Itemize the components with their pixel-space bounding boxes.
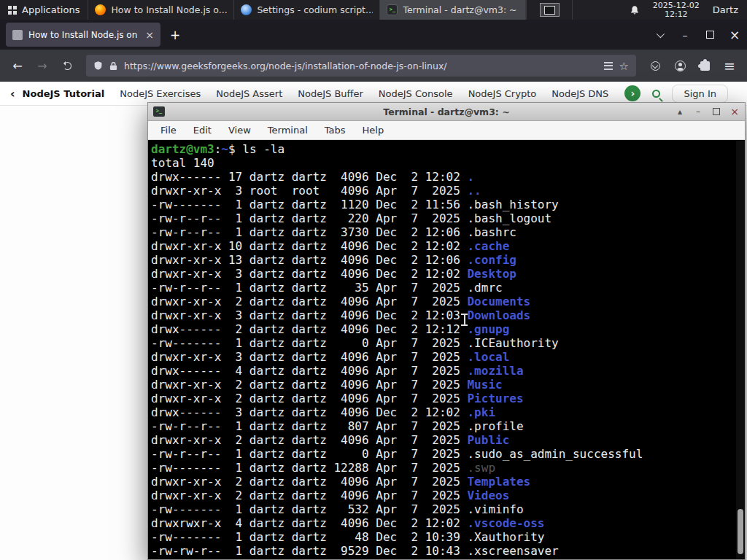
terminal-window: Terminal - dartz@vm3: ~ FileEditViewTerm… <box>147 102 746 560</box>
reader-mode-icon[interactable] <box>604 62 613 70</box>
extensions-button[interactable] <box>693 54 716 77</box>
terminal-minimize-button[interactable] <box>693 106 703 117</box>
nav-scroll-right-button[interactable] <box>624 85 640 101</box>
bell-icon <box>630 5 640 15</box>
user-menu-button[interactable]: Dartz <box>706 0 747 20</box>
puzzle-icon <box>700 61 710 71</box>
terminal-listing-row: drwxr-xr-x 2 dartz dartz 4096 Apr 7 2025… <box>151 378 745 392</box>
terminal-menu-item[interactable]: File <box>160 125 177 136</box>
terminal-app-icon <box>153 106 165 117</box>
panel-clock[interactable]: 2025-12-02 12:12 <box>646 0 706 20</box>
prompt-user-host: dartz@vm3 <box>151 142 214 156</box>
terminal-close-button[interactable] <box>729 106 740 117</box>
terminal-listing-row: drwx------ 3 dartz dartz 4096 Dec 2 12:0… <box>151 405 745 419</box>
terminal-menu-item[interactable]: Terminal <box>268 125 308 136</box>
gfg-nav-item[interactable]: NodeJS Assert <box>216 88 282 99</box>
terminal-icon <box>387 4 398 15</box>
scrollbar-thumb[interactable] <box>738 509 743 554</box>
clock-date: 2025-12-02 <box>653 1 700 10</box>
terminal-prompt-line: dartz@vm3:~$ ls -la <box>151 142 745 156</box>
terminal-shade-button[interactable] <box>675 106 685 117</box>
gfg-nav-item[interactable]: NodeJS Tutorial <box>23 88 105 99</box>
screen: Applications How to Install Node.js o...… <box>0 0 747 560</box>
terminal-listing-row: -rw-r--r-- 1 dartz dartz 0 Apr 7 2025 .s… <box>151 447 745 461</box>
terminal-listing-row: drwx------ 4 dartz dartz 4096 Apr 7 2025… <box>151 364 745 378</box>
terminal-listing-row: -rw------- 1 dartz dartz 12288 Apr 7 202… <box>151 461 745 475</box>
app-menu-button[interactable] <box>718 54 741 77</box>
browser-tab[interactable]: How to Install Node.js on <box>6 23 160 47</box>
terminal-title: Terminal - dartz@vm3: ~ <box>148 106 745 117</box>
tracking-shield-icon[interactable] <box>93 61 103 71</box>
new-tab-button[interactable] <box>166 26 185 44</box>
terminal-listing-row: -rw------- 1 dartz dartz 48 Dec 2 10:39 … <box>151 530 745 544</box>
panel-task-label: How to Install Node.js o... <box>111 4 227 15</box>
url-bar[interactable]: https://www.geeksforgeeks.org/node-js/in… <box>86 55 636 77</box>
terminal-menu-item[interactable]: Edit <box>193 125 212 136</box>
gfg-nav-item[interactable]: NodeJS DNS <box>551 88 608 99</box>
terminal-listing-row: -rw-r--r-- 1 dartz dartz 35 Apr 7 2025 .… <box>151 281 745 295</box>
account-button[interactable] <box>668 54 692 77</box>
tab-close-icon[interactable] <box>145 30 154 40</box>
gfg-nav-item[interactable]: NodeJS Crypto <box>468 88 537 99</box>
terminal-listing-row: -rw------- 1 dartz dartz 0 Apr 7 2025 .I… <box>151 336 745 350</box>
firefox-tab-bar: How to Install Node.js on <box>0 20 747 50</box>
forward-button[interactable] <box>31 54 54 77</box>
nav-scroll-left-icon[interactable] <box>10 87 15 101</box>
panel-task-button[interactable]: Terminal - dartz@vm3: ~ <box>380 0 526 20</box>
window-close-button[interactable] <box>722 20 747 50</box>
clock-time: 12:12 <box>665 10 688 19</box>
panel-tasks: How to Install Node.js o...Settings - co… <box>88 0 526 20</box>
terminal-menubar: FileEditViewTerminalTabsHelp <box>148 121 745 140</box>
pocket-button[interactable] <box>643 54 667 77</box>
sign-in-button[interactable]: Sign In <box>672 85 728 103</box>
gfg-nav-item[interactable]: NodeJS Console <box>379 88 453 99</box>
terminal-listing-row: drwxr-xr-x 2 dartz dartz 4096 Apr 7 2025… <box>151 433 745 447</box>
search-icon[interactable] <box>652 90 660 98</box>
workspace-window-icon <box>540 3 560 17</box>
lock-icon[interactable] <box>109 61 117 71</box>
terminal-listing-row: drwx------ 2 dartz dartz 4096 Dec 2 12:1… <box>151 322 745 336</box>
terminal-menu-item[interactable]: View <box>228 125 251 136</box>
terminal-scrollbar[interactable] <box>736 140 745 559</box>
terminal-titlebar[interactable]: Terminal - dartz@vm3: ~ <box>148 103 745 121</box>
terminal-listing-row: drwxrwxr-x 4 dartz dartz 4096 Dec 2 12:0… <box>151 516 745 530</box>
panel-task-button[interactable]: How to Install Node.js o... <box>88 0 234 20</box>
panel-task-button[interactable]: Settings - codium script... <box>234 0 380 20</box>
tab-favicon-icon <box>12 30 23 40</box>
window-minimize-button[interactable] <box>673 20 697 50</box>
terminal-menu-item[interactable]: Help <box>363 125 384 136</box>
terminal-content[interactable]: dartz@vm3:~$ ls -la total 140 drwx------… <box>148 140 745 559</box>
tab-title: How to Install Node.js on <box>28 30 139 40</box>
window-maximize-button[interactable] <box>697 20 722 50</box>
terminal-listing-row: drwxr-xr-x 2 dartz dartz 4096 Apr 7 2025… <box>151 295 745 308</box>
gfg-nav-right: Sign In <box>624 85 737 103</box>
terminal-listing-row: -rw------- 1 dartz dartz 1120 Dec 2 11:5… <box>151 198 745 211</box>
workspace-switcher[interactable] <box>526 0 573 20</box>
gfg-nav-item[interactable]: NodeJS Exercises <box>120 88 201 99</box>
notification-bell-button[interactable] <box>623 0 646 20</box>
terminal-listing-row: drwx------ 17 dartz dartz 4096 Dec 2 12:… <box>151 170 745 184</box>
panel-task-label: Settings - codium script... <box>257 4 373 15</box>
applications-menu-button[interactable]: Applications <box>0 0 88 20</box>
back-button[interactable] <box>6 54 29 77</box>
prompt-colon: : <box>214 142 222 156</box>
terminal-listing-row: -rw------- 1 dartz dartz 532 Apr 7 2025 … <box>151 502 745 516</box>
terminal-listing-row: drwxr-xr-x 3 root root 4096 Apr 7 2025 .… <box>151 184 745 198</box>
firefox-icon <box>95 4 106 15</box>
reload-button[interactable] <box>55 54 79 77</box>
bookmark-star-icon[interactable] <box>619 59 629 73</box>
terminal-maximize-button[interactable] <box>711 106 721 117</box>
terminal-menu-item[interactable]: Tabs <box>325 125 346 136</box>
reload-icon <box>63 62 71 70</box>
applications-grid-icon <box>8 6 12 9</box>
terminal-listing: drwx------ 17 dartz dartz 4096 Dec 2 12:… <box>151 170 745 558</box>
list-all-tabs-button[interactable] <box>646 20 673 50</box>
applications-label: Applications <box>22 4 80 15</box>
terminal-listing-row: drwxr-xr-x 13 dartz dartz 4096 Dec 2 12:… <box>151 253 745 267</box>
terminal-listing-row: drwxr-xr-x 3 dartz dartz 4096 Apr 7 2025… <box>151 350 745 364</box>
gfg-nav-item[interactable]: NodeJS Buffer <box>298 88 363 99</box>
settings-icon <box>241 4 252 15</box>
terminal-listing-row: drwxr-xr-x 2 dartz dartz 4096 Apr 7 2025… <box>151 392 745 405</box>
prompt-symbol: $ <box>228 142 242 156</box>
terminal-listing-row: drwxr-xr-x 2 dartz dartz 4096 Apr 7 2025… <box>151 489 745 502</box>
